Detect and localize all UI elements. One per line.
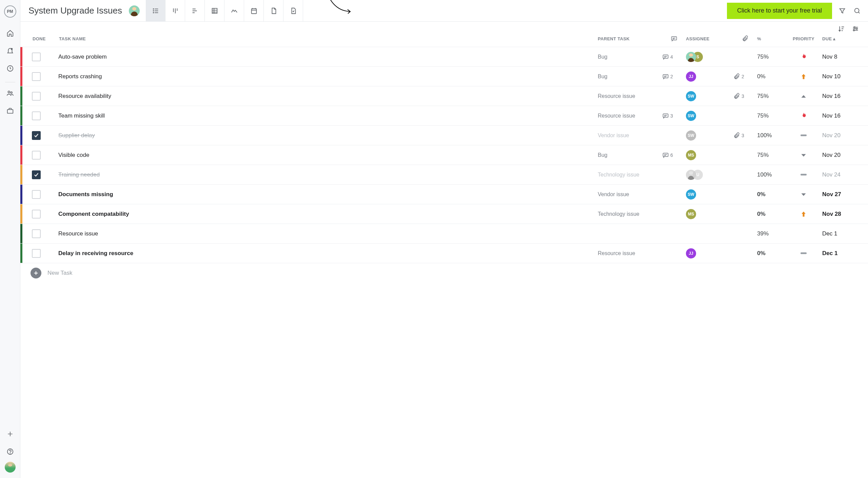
project-owner-avatar[interactable] xyxy=(129,5,140,16)
done-checkbox[interactable] xyxy=(32,170,41,179)
due-cell[interactable]: Nov 24 xyxy=(822,171,868,178)
table-row[interactable]: Resource issue39%Dec 1 xyxy=(20,224,868,244)
task-name[interactable]: Team missing skill xyxy=(52,112,598,119)
due-cell[interactable]: Nov 27 xyxy=(822,191,868,198)
view-tab-list[interactable] xyxy=(146,0,165,22)
recent-icon[interactable] xyxy=(3,61,18,76)
done-checkbox[interactable] xyxy=(32,72,41,81)
avatar[interactable]: SW xyxy=(686,189,696,200)
comments-cell[interactable]: 2 xyxy=(662,73,686,80)
task-name[interactable]: Component compatability xyxy=(52,211,598,217)
parent-task[interactable]: Resource issue xyxy=(598,113,662,119)
avatar[interactable]: MS xyxy=(686,150,696,160)
col-header-priority[interactable]: PRIORITY xyxy=(785,36,822,41)
done-checkbox[interactable] xyxy=(32,249,41,258)
priority-cell[interactable] xyxy=(785,53,822,61)
avatar[interactable]: SW xyxy=(686,111,696,121)
avatar[interactable]: JJ xyxy=(686,71,696,82)
done-checkbox[interactable] xyxy=(32,210,41,219)
avatar[interactable]: SW xyxy=(686,91,696,101)
user-avatar[interactable] xyxy=(5,462,16,473)
done-checkbox[interactable] xyxy=(32,151,41,160)
task-name[interactable]: Delay in receiving resource xyxy=(52,250,598,257)
avatar[interactable]: MS xyxy=(686,209,696,219)
task-name[interactable]: Documents missing xyxy=(52,191,598,198)
avatar[interactable]: U xyxy=(693,170,703,180)
col-header-assignee[interactable]: ASSIGNEE xyxy=(686,36,733,41)
parent-task[interactable]: Resource issue xyxy=(598,93,662,99)
due-cell[interactable]: Nov 20 xyxy=(822,132,868,139)
priority-cell[interactable] xyxy=(785,174,822,175)
assignee-cell[interactable]: JJ xyxy=(686,248,733,258)
task-name[interactable]: Supplier delay xyxy=(52,132,598,139)
table-row[interactable]: Visible codeBug6MS75%Nov 20 xyxy=(20,145,868,165)
attachments-cell[interactable]: 2 xyxy=(733,73,757,80)
percent-cell[interactable]: 75% xyxy=(757,54,785,60)
priority-cell[interactable] xyxy=(785,191,822,198)
home-icon[interactable] xyxy=(3,26,18,41)
col-header-percent[interactable]: % xyxy=(757,36,785,41)
parent-task[interactable]: Resource issue xyxy=(598,250,662,256)
table-row[interactable]: Reports crashingBug2JJ20%Nov 10 xyxy=(20,67,868,86)
free-trial-cta[interactable]: Click here to start your free trial xyxy=(727,3,832,19)
due-cell[interactable]: Nov 28 xyxy=(822,211,868,217)
team-icon[interactable] xyxy=(3,86,18,101)
comments-cell[interactable]: 6 xyxy=(662,152,686,159)
percent-cell[interactable]: 75% xyxy=(757,152,785,159)
col-header-done[interactable]: DONE xyxy=(23,36,52,41)
due-cell[interactable]: Dec 1 xyxy=(822,230,868,237)
due-cell[interactable]: Nov 8 xyxy=(822,54,868,60)
col-header-parent[interactable]: PARENT TASK xyxy=(598,36,662,41)
priority-cell[interactable] xyxy=(785,252,822,254)
task-name[interactable]: Resource issue xyxy=(52,230,598,237)
view-tab-gantt[interactable] xyxy=(185,0,205,22)
view-tab-files[interactable] xyxy=(264,0,283,22)
percent-cell[interactable]: 75% xyxy=(757,93,785,100)
done-checkbox[interactable] xyxy=(32,53,41,61)
col-header-comments[interactable] xyxy=(662,35,686,42)
view-tab-sheet[interactable] xyxy=(205,0,224,22)
comments-cell[interactable]: 3 xyxy=(662,112,686,119)
col-header-name[interactable]: TASK NAME xyxy=(52,36,598,41)
assignee-cell[interactable]: SW xyxy=(686,189,733,200)
percent-cell[interactable]: 0% xyxy=(757,211,785,217)
task-name[interactable]: Auto-save problem xyxy=(52,54,598,60)
parent-task[interactable]: Vendor issue xyxy=(598,132,662,139)
add-icon[interactable] xyxy=(3,427,18,441)
filter-icon[interactable] xyxy=(835,3,850,18)
parent-task[interactable]: Technology issue xyxy=(598,172,662,178)
view-tab-dashboard[interactable] xyxy=(224,0,244,22)
task-name[interactable]: Resource availability xyxy=(52,93,598,100)
priority-cell[interactable] xyxy=(785,152,822,159)
help-icon[interactable] xyxy=(3,444,18,459)
percent-cell[interactable]: 39% xyxy=(757,230,785,237)
notifications-icon[interactable] xyxy=(3,43,18,58)
task-name[interactable]: Training needed xyxy=(52,171,598,178)
parent-task[interactable]: Bug xyxy=(598,54,662,60)
parent-task[interactable]: Bug xyxy=(598,74,662,80)
table-row[interactable]: Training neededTechnology issueU100%Nov … xyxy=(20,165,868,185)
task-name[interactable]: Reports crashing xyxy=(52,73,598,80)
app-logo[interactable]: PM xyxy=(4,5,16,18)
col-header-attachments[interactable] xyxy=(733,35,757,42)
done-checkbox[interactable] xyxy=(32,92,41,101)
percent-cell[interactable]: 0% xyxy=(757,191,785,198)
view-tab-board[interactable] xyxy=(165,0,185,22)
due-cell[interactable]: Dec 1 xyxy=(822,250,868,257)
avatar[interactable] xyxy=(686,52,696,62)
percent-cell[interactable]: 0% xyxy=(757,250,785,257)
priority-cell[interactable] xyxy=(785,211,822,217)
table-row[interactable]: Resource availabilityResource issueSW375… xyxy=(20,86,868,106)
due-cell[interactable]: Nov 20 xyxy=(822,152,868,159)
done-checkbox[interactable] xyxy=(32,229,41,238)
table-row[interactable]: Team missing skillResource issue3SW75%No… xyxy=(20,106,868,126)
priority-cell[interactable] xyxy=(785,93,822,100)
view-tab-reports[interactable] xyxy=(283,0,303,22)
settings-sliders-icon[interactable] xyxy=(850,24,861,34)
assignee-cell[interactable]: S xyxy=(686,52,733,62)
done-checkbox[interactable] xyxy=(32,190,41,199)
priority-cell[interactable] xyxy=(785,134,822,136)
assignee-cell[interactable]: SW xyxy=(686,130,733,141)
done-checkbox[interactable] xyxy=(32,111,41,120)
table-row[interactable]: Component compatabilityTechnology issueM… xyxy=(20,204,868,224)
